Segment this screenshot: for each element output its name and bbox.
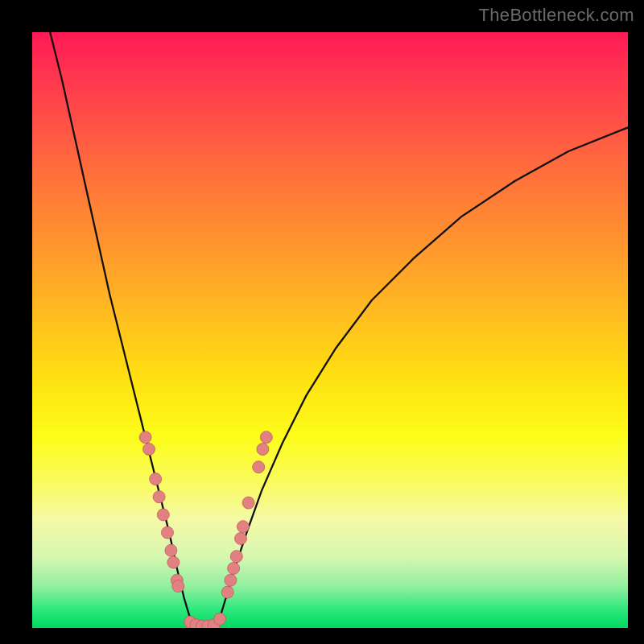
data-marker	[157, 509, 169, 521]
data-marker	[150, 473, 162, 485]
data-marker	[253, 461, 265, 473]
data-marker	[165, 544, 177, 556]
data-marker	[143, 444, 155, 456]
data-marker	[161, 526, 173, 539]
data-marker	[237, 521, 249, 533]
data-marker	[230, 551, 242, 563]
data-marker	[257, 444, 269, 456]
data-marker	[242, 497, 254, 509]
watermark-text: TheBottleneck.com	[479, 5, 634, 26]
curve-right	[217, 127, 628, 628]
data-markers	[139, 431, 272, 628]
chart-frame: TheBottleneck.com	[0, 0, 644, 644]
data-marker	[139, 431, 151, 444]
data-marker	[167, 556, 180, 568]
data-marker	[221, 586, 233, 598]
data-marker	[225, 574, 237, 586]
data-marker	[214, 613, 226, 625]
data-marker	[260, 431, 272, 444]
data-marker	[153, 491, 165, 503]
curve-left	[50, 32, 193, 628]
data-marker	[172, 580, 184, 592]
data-marker	[235, 533, 247, 545]
data-marker	[228, 563, 240, 575]
chart-overlay	[32, 32, 628, 628]
